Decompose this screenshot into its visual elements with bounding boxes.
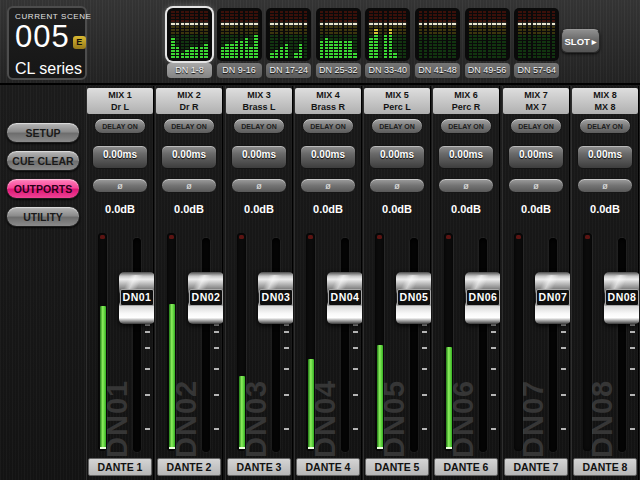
channel-header[interactable]: MIX 5 Perc L <box>364 88 430 114</box>
meter-segment <box>171 14 175 16</box>
meter-segment <box>245 41 249 43</box>
meter-segment <box>221 17 225 19</box>
fader-track[interactable] <box>202 238 210 452</box>
phase-button[interactable]: ø <box>438 178 494 193</box>
meter-segment <box>221 50 225 52</box>
meter-segment <box>348 14 352 16</box>
phase-button[interactable]: ø <box>508 178 564 193</box>
meter-segment <box>389 14 393 16</box>
fader-scale-tick <box>491 324 496 326</box>
phase-button[interactable]: ø <box>92 178 148 193</box>
meter-segment <box>285 44 289 46</box>
meter-segment <box>235 17 239 19</box>
channel-header[interactable]: MIX 4 Brass R <box>295 88 361 114</box>
meter-segment <box>492 35 496 37</box>
meter-block-tab[interactable]: DN 49-56 <box>465 8 510 78</box>
meter-segment <box>304 56 308 58</box>
fader-knob[interactable]: DN07 <box>535 272 570 324</box>
fader-knob[interactable]: DN03 <box>258 272 293 324</box>
delay-value[interactable]: 0.00ms <box>92 145 148 169</box>
channel-header[interactable]: MIX 6 Perc R <box>433 88 499 114</box>
meter-block-label: DN 1-8 <box>167 63 212 78</box>
meter-segment <box>483 47 487 49</box>
delay-on-button[interactable]: DELAY ON <box>302 118 354 134</box>
phase-button[interactable]: ø <box>300 178 356 193</box>
fader-track[interactable] <box>549 238 557 452</box>
phase-button[interactable]: ø <box>231 178 287 193</box>
meter-segment <box>518 32 522 34</box>
meter-segment <box>225 38 229 40</box>
meter-segment <box>171 47 175 49</box>
meter-block-tab[interactable]: DN 17-24 <box>266 8 311 78</box>
meter-segment <box>473 20 477 22</box>
meter-block-tab[interactable]: DN 41-48 <box>415 8 460 78</box>
sidebar-button-utility[interactable]: UTILITY <box>6 206 80 227</box>
channel-header[interactable]: MIX 2 Dr R <box>156 88 222 114</box>
fader-knob[interactable]: DN06 <box>465 272 500 324</box>
sidebar-button-outports[interactable]: OUTPORTS <box>6 178 80 199</box>
fader-track[interactable] <box>479 238 487 452</box>
fader-scale-tick <box>630 394 635 396</box>
fader-knob[interactable]: DN04 <box>327 272 362 324</box>
meter-segment <box>429 14 433 16</box>
meter-segment <box>429 35 433 37</box>
delay-value[interactable]: 0.00ms <box>161 145 217 169</box>
phase-button[interactable]: ø <box>161 178 217 193</box>
delay-value[interactable]: 0.00ms <box>300 145 356 169</box>
channel-strip: MIX 6 Perc R DELAY ON 0.00ms ø 0.0dB DN0… <box>432 86 500 480</box>
fader-knob[interactable]: DN02 <box>188 272 223 324</box>
console-series-label: CL series <box>15 60 79 78</box>
meter-segment <box>492 17 496 19</box>
fader-knob[interactable]: DN05 <box>396 272 431 324</box>
scene-panel[interactable]: CURRENT SCENE 005E CL series <box>7 6 87 80</box>
meter-segment <box>478 17 482 19</box>
meter-segment <box>325 44 329 46</box>
phase-button[interactable]: ø <box>577 178 633 193</box>
meter-segment <box>547 50 551 52</box>
fader-knob[interactable]: DN01 <box>119 272 154 324</box>
sidebar-button-cue-clear[interactable]: CUE CLEAR <box>6 150 80 171</box>
slot-button[interactable]: SLOT ▶ <box>561 29 600 53</box>
channel-header[interactable]: MIX 1 Dr L <box>87 88 153 114</box>
meter-segment <box>280 44 284 46</box>
delay-on-button[interactable]: DELAY ON <box>233 118 285 134</box>
meter-segment <box>502 17 506 19</box>
meter-segment <box>195 14 199 16</box>
channel-header[interactable]: MIX 7 MX 7 <box>503 88 569 114</box>
meter-block-tab[interactable]: DN 33-40 <box>365 8 410 78</box>
meter-block-tab[interactable]: DN 9-16 <box>217 8 262 78</box>
delay-on-button[interactable]: DELAY ON <box>371 118 423 134</box>
meter-segment <box>374 38 378 40</box>
delay-value[interactable]: 0.00ms <box>369 145 425 169</box>
fader-track[interactable] <box>341 238 349 452</box>
meter-segment <box>443 23 447 25</box>
fader-track[interactable] <box>133 238 141 452</box>
delay-on-button[interactable]: DELAY ON <box>163 118 215 134</box>
meter-segment <box>254 29 258 31</box>
meter-segment <box>429 47 433 49</box>
phase-button[interactable]: ø <box>369 178 425 193</box>
delay-on-button[interactable]: DELAY ON <box>579 118 631 134</box>
fader-knob[interactable]: DN08 <box>604 272 639 324</box>
channel-header[interactable]: MIX 8 MX 8 <box>572 88 638 114</box>
meter-block-tab[interactable]: DN 1-8 <box>167 8 212 78</box>
delay-on-button[interactable]: DELAY ON <box>510 118 562 134</box>
meter-block-tab[interactable]: DN 25-32 <box>316 8 361 78</box>
delay-value[interactable]: 0.00ms <box>577 145 633 169</box>
meter-segment <box>483 53 487 55</box>
delay-value[interactable]: 0.00ms <box>231 145 287 169</box>
delay-value[interactable]: 0.00ms <box>438 145 494 169</box>
channel-header[interactable]: MIX 3 Brass L <box>226 88 292 114</box>
meter-segment <box>497 32 501 34</box>
fader-track[interactable] <box>410 238 418 452</box>
fader-track[interactable] <box>272 238 280 452</box>
sidebar-button-setup[interactable]: SETUP <box>6 122 80 143</box>
delay-value[interactable]: 0.00ms <box>508 145 564 169</box>
delay-on-button[interactable]: DELAY ON <box>440 118 492 134</box>
meter-block-tab[interactable]: DN 57-64 <box>514 8 559 78</box>
meter-segment <box>304 17 308 19</box>
meter-segment <box>384 35 388 37</box>
meter-block-label: DN 41-48 <box>415 63 460 78</box>
delay-on-button[interactable]: DELAY ON <box>94 118 146 134</box>
fader-track[interactable] <box>618 238 626 452</box>
